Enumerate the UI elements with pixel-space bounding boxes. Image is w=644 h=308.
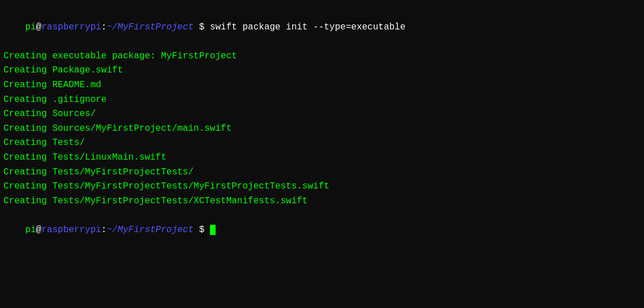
prompt-dollar: $: [194, 22, 204, 32]
output-line-1: Creating executable package: MyFirstProj…: [3, 49, 641, 64]
final-prompt-path: ~/MyFirstProject: [106, 225, 194, 235]
final-prompt-host: raspberrypi: [41, 225, 101, 235]
command-line: pi@raspberrypi:~/MyFirstProject $ swift …: [3, 6, 641, 49]
output-line-8: Creating Tests/LinuxMain.swift: [3, 151, 641, 165]
output-line-3: Creating README.md: [3, 78, 641, 93]
output-line-5: Creating Sources/: [3, 107, 641, 122]
output-line-7: Creating Tests/: [3, 136, 641, 151]
output-line-11: Creating Tests/MyFirstProjectTests/XCTes…: [3, 194, 641, 209]
prompt-user: pi: [25, 22, 36, 32]
prompt-path: ~/MyFirstProject: [106, 22, 194, 32]
final-prompt-colon: :: [101, 225, 107, 235]
output-line-10: Creating Tests/MyFirstProjectTests/MyFir…: [3, 179, 641, 194]
final-prompt-line: pi@raspberrypi:~/MyFirstProject $: [3, 208, 641, 252]
terminal-window: pi@raspberrypi:~/MyFirstProject $ swift …: [0, 0, 644, 308]
output-line-9: Creating Tests/MyFirstProjectTests/: [3, 165, 641, 180]
final-prompt-user: pi: [25, 225, 36, 235]
final-prompt-dollar: $: [194, 225, 204, 235]
output-line-4: Creating .gitignore: [3, 93, 641, 108]
final-prompt-at: @: [36, 225, 42, 235]
prompt-colon: :: [101, 22, 107, 32]
output-line-6: Creating Sources/MyFirstProject/main.swi…: [3, 122, 641, 136]
terminal-cursor: [210, 225, 216, 235]
prompt-host: raspberrypi: [41, 22, 101, 32]
prompt-command: swift package init --type=executable: [204, 22, 405, 32]
prompt-at: @: [36, 22, 42, 32]
output-line-2: Creating Package.swift: [3, 63, 641, 78]
